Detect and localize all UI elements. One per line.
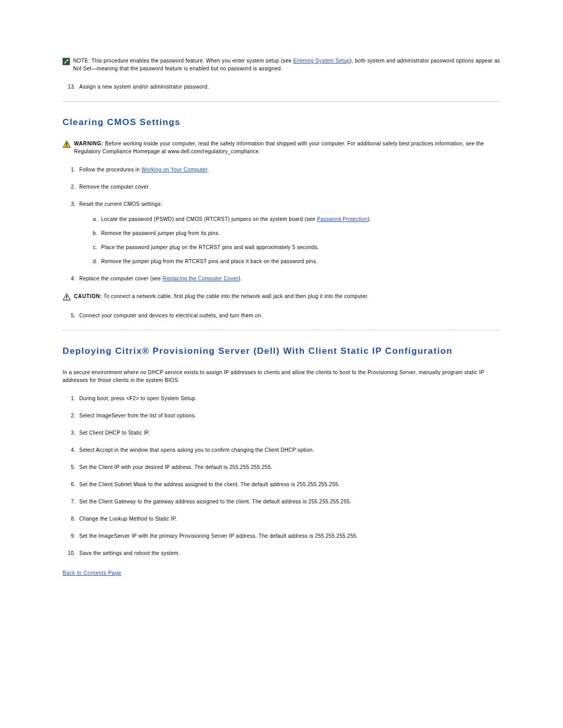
citrix-step-9: Set the ImageServer IP with the primary … (77, 532, 500, 540)
svg-rect-3 (66, 143, 67, 145)
top-ordered-list: Assign a new system and/or administrator… (63, 83, 500, 91)
cmos-sub-b: Remove the password jumper plug from its… (99, 229, 500, 237)
citrix-heading: Deploying Citrix® Provisioning Server (D… (63, 346, 500, 356)
cmos-substeps: Locate the password (PSWD) and CMOS (RTC… (79, 215, 500, 265)
password-protection-link[interactable]: Password Protection (317, 216, 368, 222)
citrix-step-2: Select ImageSever from the list of boot … (77, 412, 500, 419)
caution-body: To connect a network cable, first plug t… (102, 293, 369, 299)
cmos-sub-d: Remove the jumper plug from the RTCRST p… (99, 257, 500, 265)
citrix-step-6: Set the Client Subnet Mask to the addres… (77, 480, 500, 488)
cmos-sub-a-before: Locate the password (PSWD) and CMOS (RTC… (101, 216, 317, 222)
warning-triangle-icon (63, 140, 71, 149)
caution-label: CAUTION: (74, 293, 102, 299)
svg-rect-6 (66, 295, 67, 298)
cmos-step-3: Reset the current CMOS settings: Locate … (77, 200, 500, 265)
cmos-step-4: Replace the computer cover (see Replacin… (77, 275, 500, 282)
warning-box: WARNING: Before working inside your comp… (63, 140, 500, 155)
citrix-intro: In a secure environment where no DHCP se… (63, 369, 500, 384)
svg-rect-7 (66, 299, 67, 300)
divider-2 (63, 330, 500, 330)
cmos-step-2: Remove the computer cover. (77, 183, 500, 191)
note-label: NOTE: (73, 58, 90, 64)
back-to-contents-link[interactable]: Back to Contents Page (63, 570, 121, 576)
citrix-step-8: Change the Lookup Method to Static IP. (77, 515, 500, 523)
warning-text: WARNING: Before working inside your comp… (74, 140, 500, 155)
citrix-step-10: Save the settings and reboot the system. (77, 549, 500, 557)
citrix-step-4: Select Accept in the window that opens a… (77, 446, 500, 454)
cmos-heading: Clearing CMOS Settings (63, 117, 500, 128)
cmos-step-1: Follow the procedures in Working on Your… (77, 166, 500, 174)
cmos-steps-list-2: Connect your computer and devices to ele… (63, 312, 500, 319)
replacing-computer-cover-link[interactable]: Replacing the Computer Cover (163, 276, 239, 281)
warning-body: Before working inside your computer, rea… (74, 141, 484, 154)
divider (63, 101, 500, 102)
svg-rect-4 (66, 146, 67, 147)
caution-triangle-icon (63, 293, 71, 301)
entering-system-setup-link[interactable]: Entering System Setup (293, 58, 350, 64)
cmos-step-5: Connect your computer and devices to ele… (77, 312, 500, 319)
cmos-step-1-after: . (207, 167, 209, 172)
note-text-before: This procedure enables the password feat… (90, 58, 293, 64)
citrix-step-3: Set Client DHCP to Static IP. (77, 429, 500, 437)
citrix-step-1: During boot, press <F2> to open System S… (77, 394, 500, 402)
citrix-step-5: Set the Client IP with your desired IP a… (77, 463, 500, 471)
cmos-steps-list: Follow the procedures in Working on Your… (63, 166, 500, 282)
note-text: NOTE: This procedure enables the passwor… (73, 57, 500, 72)
caution-box: CAUTION: To connect a network cable, fir… (63, 293, 500, 301)
cmos-step-4-before: Replace the computer cover (see (79, 276, 163, 281)
note-pencil-icon (63, 58, 70, 65)
working-on-your-computer-link[interactable]: Working on Your Computer (141, 167, 207, 172)
step-13: Assign a new system and/or administrator… (77, 83, 500, 91)
cmos-step-1-before: Follow the procedures in (79, 167, 141, 172)
cmos-sub-a-after: ). (368, 216, 371, 222)
cmos-sub-c: Place the password jumper plug on the RT… (99, 243, 500, 251)
cmos-step-4-after: ). (238, 276, 242, 281)
caution-text: CAUTION: To connect a network cable, fir… (74, 293, 369, 301)
citrix-step-7: Set the Client Gateway to the gateway ad… (77, 498, 500, 505)
cmos-step-3-text: Reset the current CMOS settings: (79, 201, 162, 207)
warning-label: WARNING: (74, 141, 103, 146)
cmos-sub-a: Locate the password (PSWD) and CMOS (RTC… (99, 215, 500, 223)
note-box: NOTE: This procedure enables the passwor… (63, 57, 500, 72)
page-content: NOTE: This procedure enables the passwor… (0, 0, 563, 608)
citrix-steps-list: During boot, press <F2> to open System S… (63, 394, 500, 557)
svg-rect-1 (67, 59, 68, 60)
